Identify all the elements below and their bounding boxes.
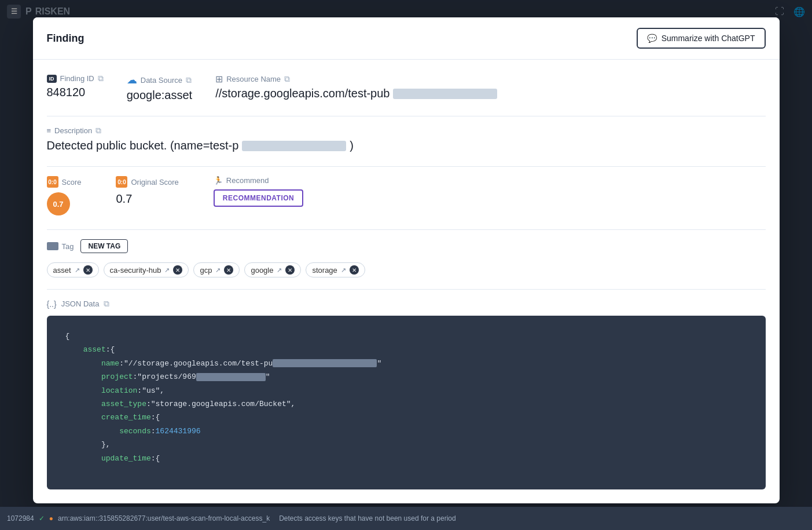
modal-overlay: Finding 💬 Summarize with ChatGPT ID Find… xyxy=(0,0,812,23)
modal-header: Finding 💬 Summarize with ChatGPT xyxy=(33,17,780,23)
finding-modal: Finding 💬 Summarize with ChatGPT ID Find… xyxy=(33,17,780,23)
